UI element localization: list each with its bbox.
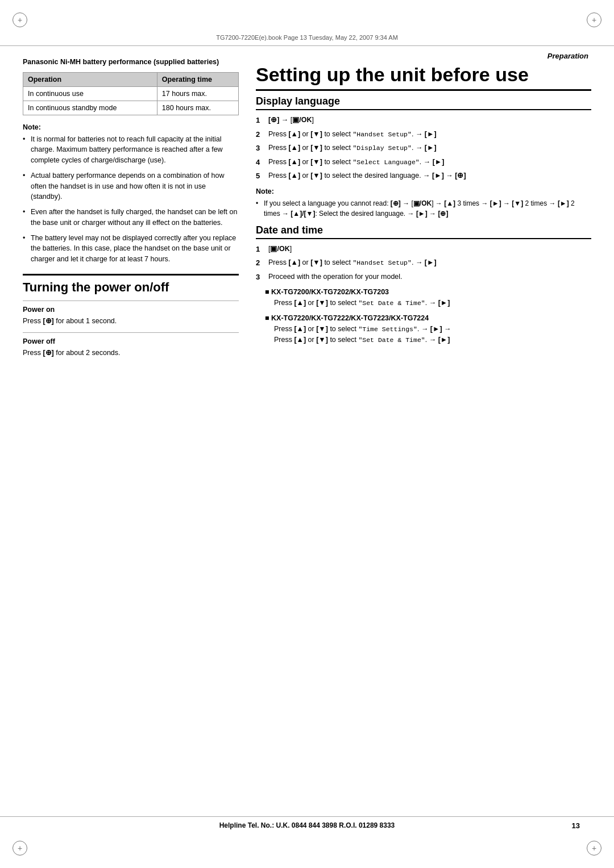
battery-table: Operation Operating time In continuous u… xyxy=(23,72,239,115)
step-item: 2 Press [▲] or [▼] to select "Handset Se… xyxy=(256,129,591,140)
step-content: [▣/OK] xyxy=(268,244,591,255)
model-steps-1: Press [▲] or [▼] to select "Set Date & T… xyxy=(274,298,591,308)
step-content: Press [▲] or [▼] to select the desired l… xyxy=(268,170,591,182)
list-item: Actual battery performance depends on a … xyxy=(23,170,239,202)
step-content: [⊕] → [▣/OK] xyxy=(268,115,591,126)
step-number: 2 xyxy=(256,257,265,269)
model-title-2: KX-TG7220/KX-TG7222/KX-TG7223/KX-TG7224 xyxy=(265,314,591,322)
step-number: 3 xyxy=(256,272,265,283)
left-column: Panasonic Ni-MH battery performance (sup… xyxy=(23,46,239,364)
model-steps-2: Press [▲] or [▼] to select "Time Setting… xyxy=(274,324,591,345)
step-content: Press [▲] or [▼] to select "Handset Setu… xyxy=(268,257,591,269)
step-number: 1 xyxy=(256,115,265,126)
content-area: Panasonic Ni-MH battery performance (sup… xyxy=(0,46,614,364)
date-time-section: Date and time 1 [▣/OK] 2 Press [▲] or [▼… xyxy=(256,224,591,345)
step-item: 4 Press [▲] or [▼] to select "Select Lan… xyxy=(256,157,591,168)
table-row: In continuous standby mode 180 hours max… xyxy=(23,101,239,115)
reg-mark-br xyxy=(586,840,603,857)
battery-section: Panasonic Ni-MH battery performance (sup… xyxy=(23,57,239,265)
right-column: Preparation Setting up the unit before u… xyxy=(256,46,591,364)
reg-mark-tr xyxy=(586,11,603,28)
power-on-text: Press [⊕] for about 1 second. xyxy=(23,316,239,327)
list-item: It is normal for batteries not to reach … xyxy=(23,134,239,166)
table-header-operating-time: Operating time xyxy=(157,72,238,86)
file-info-bar: TG7200-7220E(e).book Page 13 Tuesday, Ma… xyxy=(0,0,614,46)
section-divider-thin xyxy=(23,301,239,301)
table-row: In continuous use 17 hours max. xyxy=(23,86,239,101)
reg-mark-tl xyxy=(11,11,28,28)
step-number: 2 xyxy=(256,129,265,140)
page-footer: Helpline Tel. No.: U.K. 0844 844 3898 R.… xyxy=(0,816,614,834)
note-list: It is normal for batteries not to reach … xyxy=(23,134,239,265)
step-content: Press [▲] or [▼] to select "Handset Setu… xyxy=(268,129,591,140)
footer-text: Helpline Tel. No.: U.K. 0844 844 3898 R.… xyxy=(219,821,395,829)
battery-section-title: Panasonic Ni-MH battery performance (sup… xyxy=(23,57,239,68)
power-off-text: Press [⊕] for about 2 seconds. xyxy=(23,348,239,358)
model-block-2: KX-TG7220/KX-TG7222/KX-TG7223/KX-TG7224 … xyxy=(265,314,591,345)
preparation-label: Preparation xyxy=(256,52,591,60)
table-cell: 180 hours max. xyxy=(157,101,238,115)
step-item: 1 [▣/OK] xyxy=(256,244,591,255)
reg-mark-bl xyxy=(11,840,28,857)
page-number: 13 xyxy=(572,821,580,830)
file-info-text: TG7200-7220E(e).book Page 13 Tuesday, Ma… xyxy=(216,34,398,41)
step-number: 1 xyxy=(256,244,265,255)
section-divider-thin-2 xyxy=(23,332,239,333)
step-content: Press [▲] or [▼] to select "Select Langu… xyxy=(268,157,591,168)
power-on-label: Power on xyxy=(23,306,239,314)
table-header-operation: Operation xyxy=(23,72,157,86)
table-cell: In continuous use xyxy=(23,86,157,101)
step-number: 3 xyxy=(256,143,265,154)
date-time-title: Date and time xyxy=(256,224,591,239)
step-item: 1 [⊕] → [▣/OK] xyxy=(256,115,591,126)
step-item: 3 Press [▲] or [▼] to select "Display Se… xyxy=(256,143,591,154)
table-cell: 17 hours max. xyxy=(157,86,238,101)
turning-power-section: Turning the power on/off Power on Press … xyxy=(23,280,239,358)
note-label-right: Note: xyxy=(256,187,591,195)
step-content: Proceed with the operation for your mode… xyxy=(268,272,591,283)
model-block-1: KX-TG7200/KX-TG7202/KX-TG7203 Press [▲] … xyxy=(265,288,591,308)
step-number: 5 xyxy=(256,170,265,182)
page-container: TG7200-7220E(e).book Page 13 Tuesday, Ma… xyxy=(0,0,614,868)
power-off-label: Power off xyxy=(23,337,239,345)
display-language-note: Note: If you select a language you canno… xyxy=(256,187,591,219)
section-divider xyxy=(23,274,239,276)
step-item: 3 Proceed with the operation for your mo… xyxy=(256,272,591,283)
display-language-steps: 1 [⊕] → [▣/OK] 2 Press [▲] or [▼] to sel… xyxy=(256,115,591,182)
step-item: 5 Press [▲] or [▼] to select the desired… xyxy=(256,170,591,182)
list-item: Even after the handset is fully charged,… xyxy=(23,207,239,228)
list-item: If you select a language you cannot read… xyxy=(256,198,591,219)
turning-power-title: Turning the power on/off xyxy=(23,280,239,295)
table-cell: In continuous standby mode xyxy=(23,101,157,115)
step-number: 4 xyxy=(256,157,265,168)
display-language-title: Display language xyxy=(256,95,591,110)
display-language-section: Display language 1 [⊕] → [▣/OK] 2 Press … xyxy=(256,95,591,219)
model-title-1: KX-TG7200/KX-TG7202/KX-TG7203 xyxy=(265,288,591,296)
main-title: Setting up the unit before use xyxy=(256,64,591,91)
step-content: Press [▲] or [▼] to select "Display Setu… xyxy=(268,143,591,154)
step-item: 2 Press [▲] or [▼] to select "Handset Se… xyxy=(256,257,591,269)
list-item: The battery level may not be displayed c… xyxy=(23,233,239,265)
note-label: Note: xyxy=(23,123,239,131)
date-time-steps: 1 [▣/OK] 2 Press [▲] or [▼] to select "H… xyxy=(256,244,591,283)
